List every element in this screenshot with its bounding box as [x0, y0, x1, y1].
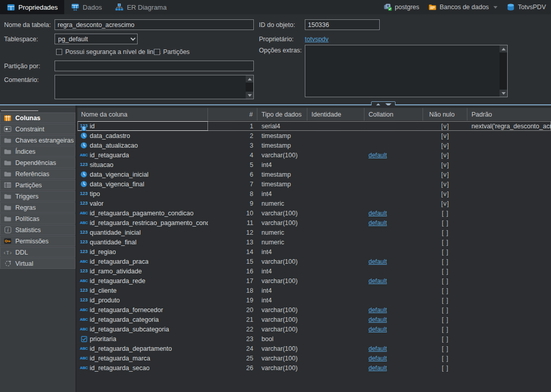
collation-link[interactable]: default — [369, 210, 387, 217]
column-name-cell[interactable]: data_vigencia_final — [77, 179, 208, 189]
column-name-cell[interactable]: 123 id — [77, 121, 208, 131]
collation-link[interactable]: default — [369, 306, 387, 314]
sidebar-item-pol-ticas[interactable]: Políticas — [0, 213, 75, 224]
column-name-cell[interactable]: ABC id_retaguarda_secao — [77, 363, 208, 373]
collation-link[interactable]: default — [369, 277, 387, 285]
tab-er-diagrama[interactable]: ER Diagrama — [109, 0, 173, 14]
collation-link[interactable]: default — [369, 365, 387, 372]
comment-scrollbar[interactable] — [246, 75, 253, 99]
scroll-down-button[interactable] — [500, 90, 507, 97]
column-name-cell[interactable]: 123 quantidade_inicial — [77, 228, 208, 237]
comment-textarea[interactable] — [55, 75, 254, 99]
partition-by-input[interactable] — [55, 61, 254, 71]
header-ordinal[interactable]: # — [208, 108, 257, 121]
table-name-input[interactable] — [55, 19, 254, 30]
sidebar-item-parti-es[interactable]: Partições — [0, 180, 75, 190]
table-row[interactable]: 123 id_cliente 18 int4 [ ] — [77, 286, 551, 295]
column-name-cell[interactable]: 123 id_cliente — [77, 286, 208, 295]
column-name-cell[interactable]: ABC id_retaguarda_rede — [77, 276, 208, 286]
collation-link[interactable]: default — [369, 258, 387, 265]
table-row[interactable]: ABC id_retaguarda 4 varchar(100) default… — [77, 150, 551, 160]
column-name-cell[interactable]: ABC id_retaguarda_departamento — [77, 344, 208, 353]
sidebar-item-colunas[interactable]: Colunas — [0, 113, 75, 123]
column-name-cell[interactable]: ABC id_retaguarda_marca — [77, 353, 208, 363]
table-row[interactable]: ABC id_retaguarda_praca 15 varchar(100) … — [77, 257, 551, 266]
table-row[interactable]: 123 valor 9 numeric [v] — [77, 199, 551, 208]
scroll-down-button[interactable] — [246, 92, 253, 99]
owner-link[interactable]: totvspdv — [305, 36, 329, 43]
collation-link[interactable]: default — [369, 355, 387, 362]
database-selector[interactable]: Bancos de dados — [429, 4, 498, 11]
sidebar-item-refer-ncias[interactable]: Referências — [0, 169, 75, 179]
column-name-cell[interactable]: 123 situacao — [77, 160, 208, 170]
table-row[interactable]: ABC id_retaguarda_fornecedor 20 varchar(… — [77, 305, 551, 315]
tab-dados[interactable]: Dados — [64, 0, 109, 14]
table-row[interactable]: 123 quantidade_inicial 12 numeric [ ] — [77, 228, 551, 237]
column-name-cell[interactable]: ABC id_retaguarda_fornecedor — [77, 305, 208, 315]
column-name-cell[interactable]: 123 valor — [77, 199, 208, 208]
sidebar-item-regras[interactable]: Regras — [0, 202, 75, 213]
collation-link[interactable]: default — [369, 219, 387, 227]
collation-link[interactable]: default — [369, 316, 387, 323]
header-nao-nulo[interactable]: Não nulo — [423, 108, 467, 121]
table-row[interactable]: 123 tipo 8 int4 [v] — [77, 189, 551, 199]
column-name-cell[interactable]: ABC id_retaguarda_subcategoria — [77, 324, 208, 334]
table-row[interactable]: data_vigencia_inicial 6 timestamp [v] — [77, 170, 551, 179]
column-name-cell[interactable]: ABC id_retaguarda_categoria — [77, 315, 208, 324]
sidebar-item-virtual[interactable]: Virtual — [0, 258, 75, 269]
table-row[interactable]: ABC id_retaguarda_categoria 21 varchar(1… — [77, 315, 551, 324]
header-nome-da-coluna[interactable]: Nome da coluna — [77, 108, 208, 121]
column-name-cell[interactable]: ABC id_retaguarda — [77, 150, 208, 160]
column-name-cell[interactable]: 123 id_ramo_atividade — [77, 266, 208, 276]
extra-options-scrollbar[interactable] — [500, 45, 507, 97]
column-name-cell[interactable]: data_vigencia_inicial — [77, 170, 208, 179]
tab-propriedades[interactable]: Propriedades — [0, 0, 64, 14]
table-row[interactable]: data_vigencia_final 7 timestamp [v] — [77, 179, 551, 189]
table-row[interactable]: 123 quantidade_final 13 numeric [ ] — [77, 237, 551, 247]
sidebar-item-ddl[interactable]: ‹T› DDL — [0, 247, 75, 258]
collation-link[interactable]: default — [369, 152, 387, 159]
table-row[interactable]: ABC id_retaguarda_rede 17 varchar(100) d… — [77, 276, 551, 286]
table-row[interactable]: 123 situacao 5 int4 [v] — [77, 160, 551, 170]
header-tipo-de-dados[interactable]: Tipo de dados — [257, 108, 307, 121]
header-collation[interactable]: Collation — [364, 108, 423, 121]
rls-checkbox[interactable] — [56, 49, 62, 55]
table-row[interactable]: ABC id_retaguarda_restricao_pagamento_co… — [77, 218, 551, 228]
collation-link[interactable]: default — [369, 345, 387, 352]
extra-options-textarea[interactable] — [305, 45, 508, 97]
table-row[interactable]: ABC id_retaguarda_secao 26 varchar(100) … — [77, 363, 551, 373]
table-row[interactable]: ABC id_retaguarda_subcategoria 22 varcha… — [77, 324, 551, 334]
scroll-up-button[interactable] — [500, 45, 507, 52]
sidebar-item--ndices[interactable]: Índices — [0, 146, 75, 157]
table-row[interactable]: prioritaria 23 bool [ ] — [77, 334, 551, 344]
column-name-cell[interactable]: prioritaria — [77, 334, 208, 344]
column-name-cell[interactable]: ABC id_retaguarda_pagamento_condicao — [77, 208, 208, 218]
column-name-cell[interactable]: data_atualizacao — [77, 141, 208, 150]
connection-selector[interactable]: postgres — [384, 4, 419, 11]
column-name-cell[interactable]: 123 id_produto — [77, 295, 208, 305]
header-padrao[interactable]: Padrão — [467, 108, 551, 121]
sidebar-item-constraint[interactable]: Constraint — [0, 124, 75, 134]
collation-link[interactable]: default — [369, 326, 387, 333]
object-id-input[interactable] — [305, 19, 380, 30]
sidebar-item-permiss-es[interactable]: Permissões — [0, 236, 75, 246]
table-row[interactable]: data_cadastro 2 timestamp [v] — [77, 131, 551, 141]
partitions-checkbox[interactable] — [154, 49, 160, 55]
column-name-cell[interactable]: ABC id_retaguarda_praca — [77, 257, 208, 266]
sidebar-item-depend-ncias[interactable]: Dependências — [0, 157, 75, 168]
column-name-cell[interactable]: data_cadastro — [77, 131, 208, 141]
table-row[interactable]: 123 id 1 serial4 [v] nextval('regra_desc… — [77, 121, 551, 131]
column-name-cell[interactable]: 123 tipo — [77, 189, 208, 199]
tablespace-select[interactable]: pg_default — [55, 34, 138, 44]
table-row[interactable]: ABC id_retaguarda_pagamento_condicao 10 … — [77, 208, 551, 218]
table-row[interactable]: 123 id_ramo_atividade 16 int4 [ ] — [77, 266, 551, 276]
table-row[interactable]: ABC id_retaguarda_departamento 24 varcha… — [77, 344, 551, 353]
table-row[interactable]: 123 id_produto 19 int4 [ ] — [77, 295, 551, 305]
header-identidade[interactable]: Identidade — [307, 108, 364, 121]
sidebar-item-chaves-estrangeiras[interactable]: Chaves estrangeiras — [0, 135, 75, 146]
column-name-cell[interactable]: ABC id_retaguarda_restricao_pagamento_co… — [77, 218, 208, 228]
table-row[interactable]: ABC id_retaguarda_marca 25 varchar(100) … — [77, 353, 551, 363]
column-name-cell[interactable]: 123 id_regiao — [77, 247, 208, 257]
column-name-cell[interactable]: 123 quantidade_final — [77, 237, 208, 247]
table-row[interactable]: 123 id_regiao 14 int4 [ ] — [77, 247, 551, 257]
